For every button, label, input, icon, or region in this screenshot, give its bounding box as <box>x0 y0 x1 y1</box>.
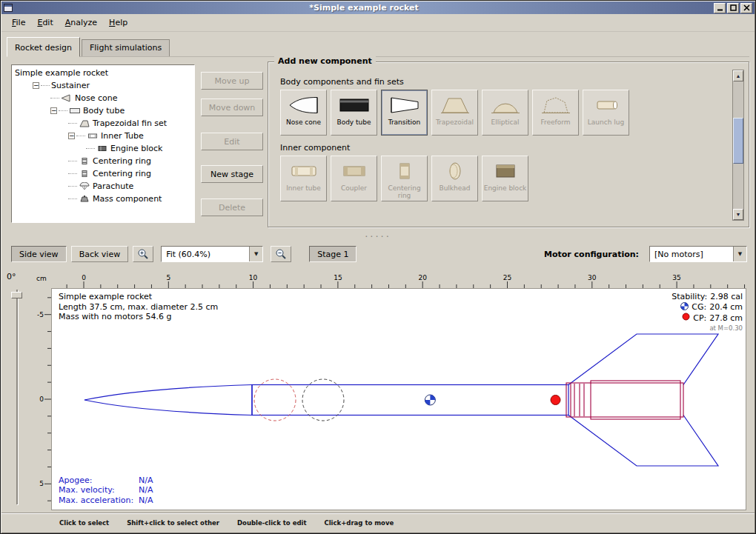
component-button-label: Trapezoidal <box>436 119 474 126</box>
cg-value: 20.4 cm <box>709 302 743 313</box>
zoom-out-button[interactable] <box>271 246 291 262</box>
tree-expander[interactable]: − <box>68 133 75 139</box>
status-hint: Click+drag to move <box>324 519 394 527</box>
close-icon <box>743 4 750 11</box>
tree-item-nose-cone[interactable]: Nose cone <box>12 92 194 104</box>
side-view-button[interactable]: Side view <box>11 246 67 262</box>
add-transition-button[interactable]: Transition <box>381 90 428 136</box>
trapezoidal-icon <box>439 94 471 116</box>
tree-item-centering-ring[interactable]: Centering ring <box>12 155 194 167</box>
menu-item-file[interactable]: File <box>6 16 31 30</box>
add-elliptical-button[interactable]: Elliptical <box>482 90 528 136</box>
tree-item-body-tube[interactable]: −Body tube <box>12 104 194 117</box>
menu-item-analyze[interactable]: Analyze <box>59 16 103 30</box>
tree-expander[interactable]: − <box>50 107 57 114</box>
rocket-canvas[interactable]: Simple example rocket Length 37.5 cm, ma… <box>51 288 746 510</box>
delete-button[interactable]: Delete <box>201 198 263 216</box>
engineblock-icon <box>96 144 108 153</box>
move-down-button[interactable]: Move down <box>201 99 263 116</box>
parachute-outline <box>254 379 296 421</box>
edit-button[interactable]: Edit <box>201 133 263 150</box>
tree-connector <box>68 198 77 199</box>
add-nose-cone-button[interactable]: Nose cone <box>280 90 327 136</box>
flight-stat-value: N/A <box>139 475 153 485</box>
move-up-button[interactable]: Move up <box>201 72 263 90</box>
back-view-button[interactable]: Back view <box>71 246 129 262</box>
rocket-dimensions: Length 37.5 cm, max. diameter 2.5 cm <box>59 302 218 313</box>
add-engine-block-button[interactable]: Engine block <box>482 156 528 201</box>
add-bulkhead-button[interactable]: Bulkhead <box>431 156 478 201</box>
elliptical-icon <box>489 94 522 116</box>
tree-item-label: Inner Tube <box>101 131 144 141</box>
combo-arrow-icon[interactable]: ▼ <box>249 247 262 261</box>
window-menu-icon[interactable] <box>4 3 14 13</box>
svg-text:5: 5 <box>166 274 170 281</box>
splitter-handle[interactable]: ····· <box>1 232 755 241</box>
tree-item-parachute[interactable]: Parachute <box>12 180 194 193</box>
tree-item-label: Parachute <box>93 181 133 191</box>
zoom-select[interactable]: Fit (60.4%) ▼ <box>161 246 263 262</box>
rotation-slider-handle[interactable] <box>11 292 22 298</box>
innertube-icon <box>288 160 320 182</box>
stage-1-toggle[interactable]: Stage 1 <box>309 246 357 262</box>
scroll-up-button[interactable]: ▲ <box>733 70 743 81</box>
rocket-design-panel: Simple example rocket−SustainerNose cone… <box>7 60 751 232</box>
centeringring-icon <box>79 157 90 165</box>
svg-text:0: 0 <box>39 396 44 403</box>
motor-configuration-select[interactable]: [No motors] ▼ <box>649 246 747 262</box>
tab-flight-simulations[interactable]: Flight simulations <box>82 39 170 56</box>
cp-marker <box>551 396 560 405</box>
svg-text:0: 0 <box>82 274 86 281</box>
tree-connector <box>50 98 59 99</box>
add-body-tube-button[interactable]: Body tube <box>331 90 377 136</box>
add-launch-lug-button[interactable]: Launch lug <box>583 90 629 136</box>
status-hint-bar: Click to selectShift+click to select oth… <box>1 513 755 533</box>
add-centering-ring-button[interactable]: Centering ring <box>381 156 428 201</box>
tree-item-engine-block[interactable]: Engine block <box>12 142 194 155</box>
tree-item-sustainer[interactable]: −Sustainer <box>12 79 194 92</box>
minimize-button[interactable] <box>714 3 726 13</box>
new-stage-button[interactable]: New stage <box>201 165 263 183</box>
parachute-icon <box>79 182 90 190</box>
tree-item-trapezoidal-fin-set[interactable]: Trapezoidal fin set <box>12 117 194 130</box>
add-trapezoidal-button[interactable]: Trapezoidal <box>431 90 478 136</box>
mach-note: at M=0.30 <box>672 324 743 334</box>
svg-text:35: 35 <box>672 274 680 281</box>
svg-text:-5: -5 <box>37 311 44 318</box>
tree-connector <box>86 148 95 149</box>
rotation-slider[interactable] <box>11 290 23 504</box>
maximize-button[interactable] <box>727 3 739 13</box>
motor-configuration-value: [No motors] <box>650 250 733 259</box>
close-button[interactable] <box>740 3 752 13</box>
combo-arrow-icon[interactable]: ▼ <box>733 247 746 261</box>
tree-item-label: Mass component <box>93 194 162 204</box>
stability-block: Stability: 2.98 cal CG: 20.4 cm CP: 27.8… <box>672 292 743 333</box>
scrollbar-thumb[interactable] <box>733 118 743 164</box>
scroll-down-button[interactable]: ▼ <box>733 209 743 220</box>
motor-configuration-label: Motor configuration: <box>544 250 639 259</box>
bodytube-icon <box>69 107 81 115</box>
menu-item-help[interactable]: Help <box>103 16 133 30</box>
mass-icon <box>79 195 90 203</box>
view-toolbar: Side view Back view Fit (60.4%) ▼ Stage … <box>1 242 756 266</box>
component-sections: Body components and fin setsNose coneBod… <box>268 62 729 227</box>
rocket-drawing[interactable] <box>52 289 746 510</box>
tree-expander[interactable]: − <box>33 82 39 89</box>
tree-connector <box>68 186 77 187</box>
component-scrollbar[interactable]: ▲ ▼ <box>732 70 744 221</box>
tree-item-inner-tube[interactable]: −Inner Tube <box>12 130 194 142</box>
tree-item-mass-component[interactable]: Mass component <box>12 193 194 205</box>
tree-item-label: Simple example rocket <box>15 68 108 78</box>
tab-rocket-design[interactable]: Rocket design <box>7 37 80 57</box>
zoom-in-button[interactable] <box>133 246 153 262</box>
mass-component-outline <box>302 379 344 421</box>
tree-item-centering-ring[interactable]: Centering ring <box>12 167 194 180</box>
add-coupler-button[interactable]: Coupler <box>331 156 377 201</box>
menu-item-edit[interactable]: Edit <box>31 16 59 30</box>
tree-item-simple-example-rocket[interactable]: Simple example rocket <box>12 67 194 79</box>
add-inner-tube-button[interactable]: Inner tube <box>280 156 327 201</box>
window-titlebar[interactable]: *Simple example rocket <box>1 1 755 14</box>
cp-value: 27.8 cm <box>709 313 743 324</box>
add-freeform-button[interactable]: Freeform <box>532 90 579 136</box>
cp-marker-icon <box>682 313 690 324</box>
